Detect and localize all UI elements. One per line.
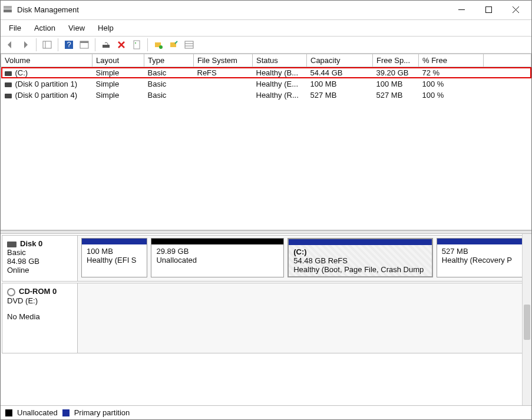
separator (95, 38, 95, 51)
scrollbar-thumb[interactable] (524, 305, 530, 340)
cell-free: 100 MB (373, 78, 419, 90)
volume-name: (Disk 0 partition 1) (15, 80, 77, 88)
col-capacity[interactable]: Capacity (307, 54, 373, 67)
cell-pctfree: 100 % (419, 90, 484, 101)
partition-status: Healthy (Recovery P (442, 256, 520, 264)
cell-layout: Simple (92, 90, 144, 101)
partition-size: 527 MB (442, 247, 520, 256)
svg-rect-13 (134, 41, 140, 49)
svg-rect-18 (185, 41, 193, 48)
disk-state: Online (7, 266, 72, 275)
partition[interactable]: (C:)54.48 GB ReFSHealthy (Boot, Page Fil… (288, 238, 433, 277)
partition-header (289, 239, 432, 245)
delete-icon[interactable] (114, 38, 128, 52)
cell-capacity: 527 MB (307, 90, 373, 101)
help-icon[interactable]: ? (62, 38, 76, 52)
legend-label: Unallocated (17, 408, 58, 417)
separator (58, 38, 58, 51)
toolbar: ? (1, 37, 531, 54)
svg-point-16 (159, 45, 163, 49)
disk-row[interactable]: Disk 0 Basic 84.98 GB Online 100 MBHealt… (2, 235, 529, 282)
col-status[interactable]: Status (253, 54, 307, 67)
cell-capacity: 100 MB (307, 78, 373, 90)
col-spacer (484, 54, 531, 67)
refresh-icon[interactable] (99, 38, 113, 52)
partition[interactable]: 29.89 GBUnallocated (151, 238, 284, 277)
scrollbar[interactable] (522, 234, 531, 405)
cell-fs (194, 90, 253, 101)
maximize-button[interactable] (475, 1, 502, 19)
volume-list[interactable]: Volume Layout Type File System Status Ca… (1, 54, 531, 230)
cell-capacity: 54.44 GB (307, 67, 373, 79)
properties-icon[interactable] (130, 38, 144, 52)
svg-point-14 (135, 42, 136, 44)
disk-type: Basic (7, 248, 72, 257)
disk-size: 84.98 GB (7, 257, 72, 266)
legend: Unallocated Primary partition (1, 406, 531, 419)
partition[interactable]: 100 MBHealthy (EFI S (81, 238, 147, 277)
partition-name: (C:) (293, 247, 427, 256)
cdrom-icon (7, 288, 15, 296)
svg-rect-6 (43, 41, 51, 48)
table-row[interactable]: (Disk 0 partition 4)SimpleBasicHealthy (… (1, 90, 531, 101)
col-fs[interactable]: File System (194, 54, 253, 67)
menu-action[interactable]: Action (28, 22, 61, 34)
settings-window-icon[interactable] (77, 38, 91, 52)
disk-name: Disk 0 (20, 239, 42, 248)
partition-size: 29.89 GB (156, 247, 279, 256)
disk-icon (7, 242, 16, 247)
cell-status: Healthy (E... (253, 78, 307, 90)
close-button[interactable] (502, 1, 529, 19)
svg-rect-0 (4, 9, 12, 12)
volume-icon (5, 82, 12, 87)
disk-partitions (78, 283, 528, 353)
separator (36, 38, 37, 51)
disk-label[interactable]: Disk 0 Basic 84.98 GB Online (2, 236, 78, 281)
graphical-disk-view: Disk 0 Basic 84.98 GB Online 100 MBHealt… (1, 234, 531, 406)
cell-fs: ReFS (194, 67, 253, 79)
cell-layout: Simple (92, 78, 144, 90)
cell-fs (194, 78, 253, 90)
window-title: Disk Management (16, 5, 448, 14)
volume-icon (5, 94, 12, 98)
volume-icon (5, 71, 12, 76)
partition-status: Healthy (EFI S (87, 256, 142, 264)
cdrom-sub: DVD (E:) (7, 296, 72, 305)
cell-status: Healthy (B... (253, 67, 307, 79)
back-button[interactable] (3, 38, 17, 52)
col-layout[interactable]: Layout (92, 54, 144, 67)
forward-button[interactable] (18, 38, 32, 52)
disk-row[interactable]: CD-ROM 0 DVD (E:) No Media (2, 283, 529, 353)
partition-header (82, 239, 147, 244)
cell-type: Basic (144, 78, 194, 90)
col-freesp[interactable]: Free Sp... (373, 54, 419, 67)
col-pctfree[interactable]: % Free (419, 54, 484, 67)
disk-label[interactable]: CD-ROM 0 DVD (E:) No Media (2, 283, 78, 353)
legend-label: Primary partition (74, 408, 130, 417)
svg-rect-3 (485, 7, 491, 13)
col-type[interactable]: Type (144, 54, 194, 67)
show-hide-console-tree-icon[interactable] (40, 38, 54, 52)
new-partition-icon[interactable] (151, 38, 166, 52)
svg-text:?: ? (67, 40, 71, 49)
detail-view-icon[interactable] (182, 38, 196, 52)
cell-pctfree: 100 % (419, 78, 484, 90)
col-volume[interactable]: Volume (1, 54, 92, 67)
svg-rect-1 (4, 6, 12, 9)
disk-partitions: 100 MBHealthy (EFI S29.89 GBUnallocated(… (78, 236, 528, 281)
table-row[interactable]: (Disk 0 partition 1)SimpleBasicHealthy (… (1, 78, 531, 90)
table-row[interactable]: (C:)SimpleBasicReFSHealthy (B...54.44 GB… (1, 67, 531, 79)
volume-name: (C:) (15, 68, 28, 77)
new-volume-icon[interactable] (167, 38, 181, 52)
disk-management-icon (3, 4, 16, 15)
partition-header (151, 239, 283, 244)
partition-status: Healthy (Boot, Page File, Crash Dump (293, 265, 427, 274)
cell-pctfree: 72 % (419, 67, 484, 79)
menu-view[interactable]: View (62, 22, 91, 34)
cell-layout: Simple (92, 67, 144, 79)
partition[interactable]: 527 MBHealthy (Recovery P (437, 238, 525, 277)
minimize-button[interactable] (448, 1, 475, 19)
legend-swatch-primary (62, 409, 70, 416)
menu-file[interactable]: File (3, 22, 27, 34)
menu-help[interactable]: Help (92, 22, 120, 34)
